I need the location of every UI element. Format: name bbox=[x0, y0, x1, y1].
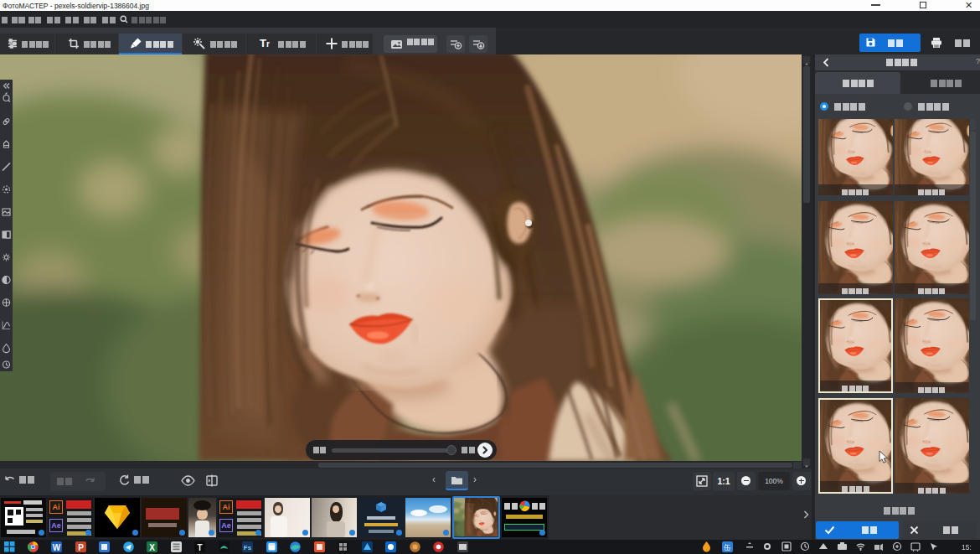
svg-text:W: W bbox=[53, 543, 61, 552]
svg-text:Fs: Fs bbox=[244, 544, 252, 551]
svg-text:缶: 缶 bbox=[724, 543, 731, 551]
svg-text:P: P bbox=[78, 543, 84, 552]
svg-text:15:: 15: bbox=[962, 543, 972, 551]
svg-text:X: X bbox=[149, 543, 155, 552]
svg-text:T: T bbox=[197, 543, 202, 552]
